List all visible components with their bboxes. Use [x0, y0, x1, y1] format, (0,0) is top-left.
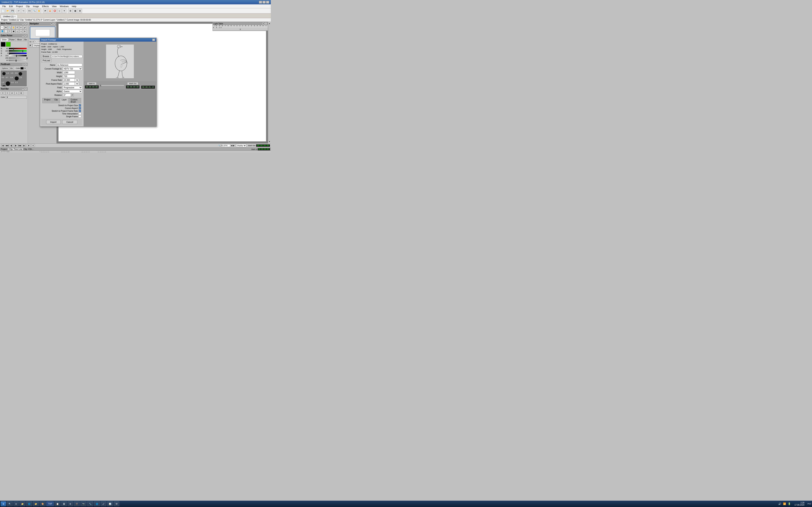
- undo-btn[interactable]: ↩: [16, 9, 21, 13]
- play-to-start-btn[interactable]: |◀: [1, 144, 4, 147]
- dialog-close-btn[interactable]: ×: [152, 39, 155, 41]
- alpha-select[interactable]: Guess: [63, 90, 82, 93]
- dialog-tab-custom-brush[interactable]: Custom Brush: [69, 98, 81, 103]
- new-btn[interactable]: 📄: [1, 9, 5, 13]
- menu-effects[interactable]: Effects: [41, 5, 50, 8]
- single-frame-row: Single Frame: [42, 115, 81, 118]
- maximize-button[interactable]: □: [262, 1, 266, 4]
- menu-bar: File Edit Project Clip Image Effects Vie…: [0, 4, 271, 8]
- grid-btn[interactable]: ⊞: [68, 9, 72, 13]
- diamond-btn[interactable]: ◇: [57, 9, 62, 13]
- correct-aspect-checkbox[interactable]: ✓: [79, 107, 81, 109]
- stretch-framerate-checkbox[interactable]: ✓: [79, 110, 81, 112]
- stretch-project-checkbox[interactable]: ✓: [79, 104, 81, 107]
- dialog-left-panel: Project : Untitled (1) Width : 1920 Aspe…: [40, 42, 84, 126]
- field-select[interactable]: Progressive: [63, 86, 82, 89]
- play-step-fwd-btn[interactable]: |▶: [14, 144, 17, 147]
- dialog-tab-project[interactable]: Project: [42, 98, 52, 103]
- timeline-clip-label[interactable]: Clip: Time Line: [8, 148, 23, 151]
- checkboxes-section: Stretch to Project Size ✓ Correct Aspect…: [41, 103, 82, 119]
- record-btn[interactable]: ●: [31, 144, 35, 147]
- playback-zoom-input[interactable]: [221, 144, 230, 147]
- rotation-spinner[interactable]: ↺: [71, 94, 74, 97]
- title-bar-controls: − □ ×: [259, 1, 269, 4]
- hand-btn[interactable]: ✋: [37, 9, 41, 13]
- menu-edit[interactable]: Edit: [7, 5, 14, 8]
- play-step-back-btn[interactable]: ◀|: [9, 144, 13, 147]
- framerate-row: Frame Rate ▼: [41, 78, 82, 81]
- pixelaspect-select[interactable]: ▼: [75, 82, 79, 86]
- window-title: Untitled [1] - TVP Animation 10 Pro (10.…: [2, 1, 45, 3]
- toolbar-sep-3: [42, 9, 42, 13]
- height-label: Height: [41, 75, 63, 77]
- zoom-in-btn[interactable]: 🔍: [32, 9, 37, 13]
- stop-btn[interactable]: ■: [27, 144, 31, 147]
- playback-zoom-icon: 🔍: [218, 145, 220, 147]
- proj-field: Progressive: [62, 48, 72, 50]
- toolbar-sep-1: [15, 9, 16, 13]
- playback-display-select[interactable]: Display: [236, 144, 246, 147]
- preload-button[interactable]: PreLoad: [41, 59, 52, 62]
- star-btn[interactable]: ✦: [62, 9, 66, 13]
- name-input[interactable]: [56, 63, 82, 66]
- close-button[interactable]: ×: [266, 1, 269, 4]
- correct-aspect-label: Correct Aspect: [65, 107, 78, 109]
- dialog-tab-layer[interactable]: Layer: [60, 98, 68, 103]
- tl-lock-btn[interactable]: [4, 151, 7, 152]
- height-input[interactable]: [63, 75, 75, 78]
- single-frame-checkbox[interactable]: [79, 115, 81, 118]
- dialog-tab-clip[interactable]: Clip: [53, 98, 59, 103]
- grid2-btn[interactable]: ▦: [73, 9, 77, 13]
- width-input[interactable]: [63, 71, 75, 74]
- play-to-end-btn[interactable]: ▶|: [22, 144, 26, 147]
- time-interp-checkbox[interactable]: [79, 112, 81, 115]
- framerate-input[interactable]: [63, 78, 75, 81]
- tl-tc-0: 00:00:00:00: [41, 152, 49, 152]
- pixelaspect-input[interactable]: [63, 82, 75, 86]
- zoom-arrow-right[interactable]: ▶: [233, 145, 235, 147]
- menu-view[interactable]: View: [50, 5, 58, 8]
- import-button[interactable]: Import: [46, 120, 61, 124]
- browse-button[interactable]: Browse: [41, 55, 51, 58]
- play-fwd-btn[interactable]: ▶▶: [18, 144, 22, 147]
- menu-image[interactable]: Image: [31, 5, 41, 8]
- fx-btn[interactable]: FX: [28, 9, 32, 13]
- proj-framerate: 12.000: [52, 51, 58, 53]
- svg-point-3: [119, 46, 120, 47]
- convert-select[interactable]: HDTV 720: [63, 67, 82, 70]
- minimize-button[interactable]: −: [259, 1, 262, 4]
- menu-windows[interactable]: Windows: [58, 5, 70, 8]
- tab-close-btn[interactable]: ×: [14, 15, 15, 17]
- tl-tc-10: 00:00:00:10: [82, 152, 90, 152]
- tl-eye-btn[interactable]: 👁: [7, 151, 9, 152]
- zoom-arrow-left[interactable]: ◀: [231, 145, 232, 147]
- project-info-text: Project: "Untitled (1)" Clip: "Untitled"…: [1, 19, 91, 21]
- circle-btn[interactable]: ⭕: [53, 9, 57, 13]
- play-prev-btn[interactable]: ◀◀: [5, 144, 9, 147]
- mark-in-button[interactable]: Mark In: [87, 82, 97, 85]
- timeline-project-label[interactable]: Project: [1, 148, 7, 150]
- menu-file[interactable]: File: [1, 5, 7, 8]
- tl-time-ruler: 00:00:00:00 00:00:00:05 00:00:00:10 00:0…: [40, 152, 270, 152]
- tab-untitled[interactable]: Untitled (1) ×: [1, 15, 18, 18]
- timeline-xsheet-label[interactable]: Clip: XSh...: [23, 148, 34, 150]
- rotation-input[interactable]: [63, 94, 71, 97]
- flip-h-btn[interactable]: ⇄: [43, 9, 47, 13]
- proj-info-line4: Frame Rate : 12.000: [41, 51, 82, 54]
- save-btn[interactable]: 💾: [10, 9, 15, 13]
- menu-help[interactable]: Help: [70, 5, 78, 8]
- pixelaspect-row: Pixel Aspect Ratio ▼: [41, 82, 82, 86]
- mark-out-button[interactable]: Mark Out: [127, 82, 138, 85]
- svg-rect-0: [106, 45, 134, 78]
- timecode-slider[interactable]: [100, 85, 124, 86]
- monitor-btn[interactable]: 🖥: [78, 9, 82, 13]
- open-btn[interactable]: 📂: [6, 9, 10, 13]
- cancel-button[interactable]: Cancel: [62, 120, 77, 124]
- field-label: Field: [41, 87, 63, 89]
- onion-btn[interactable]: 🧅: [48, 9, 52, 13]
- tl-new-btn[interactable]: New: [1, 151, 4, 152]
- menu-clip[interactable]: Clip: [24, 5, 31, 8]
- framerate-select[interactable]: ▼: [75, 78, 79, 81]
- redo-btn[interactable]: ↪: [21, 9, 26, 13]
- menu-project[interactable]: Project: [14, 5, 24, 8]
